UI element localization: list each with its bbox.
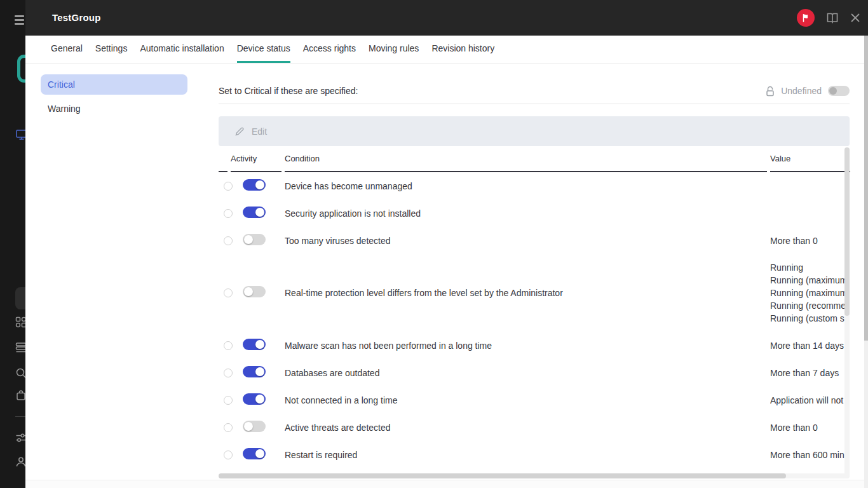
close-icon[interactable] — [850, 13, 860, 23]
tab-settings[interactable]: Settings — [95, 36, 128, 63]
lock-state-label: Undefined — [781, 86, 822, 96]
table-header: Activity Condition Value — [219, 150, 850, 172]
activity-toggle[interactable] — [243, 366, 266, 377]
activity-toggle[interactable] — [243, 234, 266, 245]
condition-text: Security application is not installed — [285, 208, 767, 219]
condition-text: Device has become unmanaged — [285, 181, 767, 191]
condition-text: Too many viruses detected — [285, 236, 767, 246]
heading-divider — [219, 104, 850, 104]
table-row: Databases are outdated More than 7 days — [219, 359, 850, 386]
table-row: Real-time protection level differs from … — [219, 254, 850, 332]
conditions-table: Device has become unmanaged Security app… — [219, 172, 850, 468]
table-row: Malware scan has not been performed in a… — [219, 332, 850, 359]
activity-toggle[interactable] — [243, 179, 266, 191]
value-text: More than 14 days — [770, 339, 850, 352]
horizontal-scrollbar-thumb[interactable] — [219, 473, 786, 478]
condition-text: Real-time protection level differs from … — [285, 288, 767, 298]
book-icon[interactable] — [826, 12, 839, 24]
product-flag-icon[interactable] — [797, 9, 815, 27]
table-row: Too many viruses detected More than 0 — [219, 227, 850, 254]
marketplace-icon[interactable] — [15, 390, 25, 401]
app-rail — [0, 0, 25, 488]
tab-moving-rules[interactable]: Moving rules — [369, 36, 419, 63]
app-logo-icon — [17, 55, 25, 83]
table-row: Restart is required More than 600 min — [219, 441, 850, 468]
vertical-scrollbar[interactable] — [844, 147, 850, 478]
condition-text: Active threats are detected — [285, 423, 767, 433]
value-text: More than 0 — [770, 234, 850, 247]
sidebar-item-warning[interactable]: Warning — [41, 98, 187, 119]
bottom-edge — [25, 480, 868, 488]
undefined-toggle[interactable] — [828, 86, 850, 96]
page-scrollbar[interactable] — [864, 36, 868, 488]
value-text: RunningRunning (maximumRunning (maximumR… — [770, 261, 850, 325]
tab-bar: General Settings Automatic installation … — [25, 36, 868, 64]
column-activity: Activity — [231, 150, 281, 172]
table-row: Active threats are detected More than 0 — [219, 414, 850, 441]
value-text: More than 0 — [770, 421, 850, 434]
page-scrollbar-thumb[interactable] — [864, 36, 868, 341]
value-text: More than 7 days — [770, 367, 850, 379]
tab-general[interactable]: General — [51, 36, 83, 63]
activity-toggle[interactable] — [243, 421, 266, 432]
table-row: Device has become unmanaged — [219, 172, 850, 200]
tab-device-status[interactable]: Device status — [237, 36, 290, 63]
status-nav: Critical Warning — [41, 74, 187, 123]
tab-revision-history[interactable]: Revision history — [431, 36, 494, 63]
column-condition: Condition — [285, 150, 767, 172]
pencil-icon — [234, 126, 245, 137]
window-title: TestGroup — [52, 0, 101, 36]
edit-button[interactable]: Edit — [219, 116, 850, 146]
window-titlebar: TestGroup — [0, 0, 868, 36]
tab-access-rights[interactable]: Access rights — [303, 36, 356, 63]
unlocked-icon — [766, 86, 775, 97]
activity-toggle[interactable] — [243, 207, 266, 218]
column-value: Value — [770, 150, 850, 172]
sidebar-item-critical[interactable]: Critical — [41, 74, 187, 95]
rail-selected-item[interactable] — [15, 287, 25, 309]
table-row: Not connected in a long time Application… — [219, 386, 850, 414]
group-properties-panel: General Settings Automatic installation … — [25, 36, 868, 488]
devices-icon[interactable] — [15, 128, 25, 141]
value-text: More than 600 min — [770, 449, 850, 461]
console-settings-icon[interactable] — [15, 432, 25, 444]
activity-toggle[interactable] — [243, 286, 266, 297]
menu-icon[interactable] — [15, 15, 24, 27]
device-status-content: Set to Critical if these are specified: … — [219, 84, 850, 468]
reports-icon[interactable] — [15, 342, 25, 353]
search-icon[interactable] — [15, 367, 25, 379]
account-icon[interactable] — [15, 456, 25, 468]
horizontal-scrollbar[interactable] — [219, 473, 850, 478]
vertical-scrollbar-thumb[interactable] — [844, 147, 850, 316]
condition-text: Malware scan has not been performed in a… — [285, 341, 767, 351]
inheritance-lock-group: Undefined — [766, 86, 850, 97]
activity-toggle[interactable] — [243, 448, 266, 459]
column-select — [219, 150, 227, 172]
table-row: Security application is not installed — [219, 200, 850, 227]
assets-icon[interactable] — [15, 316, 25, 328]
edit-button-label: Edit — [252, 126, 267, 137]
condition-text: Not connected in a long time — [285, 395, 767, 405]
value-text: Application will not — [770, 394, 850, 407]
activity-toggle[interactable] — [243, 393, 266, 405]
condition-text: Restart is required — [285, 450, 767, 460]
condition-text: Databases are outdated — [285, 368, 767, 378]
section-heading: Set to Critical if these are specified: — [219, 86, 358, 96]
flag-icon — [801, 13, 811, 23]
rail-divider — [15, 416, 25, 417]
tab-automatic-installation[interactable]: Automatic installation — [140, 36, 224, 63]
activity-toggle[interactable] — [243, 339, 266, 350]
